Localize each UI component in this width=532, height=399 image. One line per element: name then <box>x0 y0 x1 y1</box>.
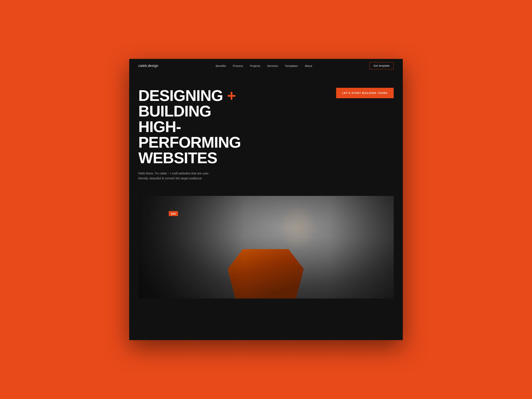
nav-item-about[interactable]: About <box>305 64 312 67</box>
cursor-label: you <box>169 211 178 216</box>
nav-item-process[interactable]: Process <box>233 64 243 67</box>
nav-item-benefits[interactable]: Benefits <box>216 64 226 67</box>
cursor-annotation: ↖ you <box>169 207 178 216</box>
browser-window: caleb.design Benefits Process Projects S… <box>129 59 403 340</box>
nav-links: Benefits Process Projects Services Templ… <box>216 64 312 67</box>
hero-title-line1: DESIGNING + BUILDING <box>138 87 236 120</box>
get-template-button[interactable]: Get template <box>370 62 394 69</box>
site-logo[interactable]: caleb.design <box>138 64 158 68</box>
nav-item-templates[interactable]: Templates <box>285 64 298 67</box>
hero-content: DESIGNING + BUILDING HIGH-PERFORMING WEB… <box>138 88 267 188</box>
hero-title-line3: WEBSITES <box>138 149 217 166</box>
hero-title: DESIGNING + BUILDING HIGH-PERFORMING WEB… <box>138 88 267 166</box>
cursor-arrow-icon: ↖ <box>169 207 172 210</box>
hero-plus-sign: + <box>227 87 236 104</box>
navigation: caleb.design Benefits Process Projects S… <box>129 59 403 73</box>
hero-section: DESIGNING + BUILDING HIGH-PERFORMING WEB… <box>129 73 403 340</box>
hero-image: ↖ you <box>138 196 394 298</box>
nav-item-projects[interactable]: Projects <box>250 64 260 67</box>
hero-subtitle: Hello there, I'm caleb – I craft website… <box>138 171 214 181</box>
hero-image-wrapper: ↖ you <box>138 196 394 340</box>
nav-item-services[interactable]: Services <box>267 64 278 67</box>
hero-cta-button[interactable]: LET'S START BUILDING YOURS <box>336 88 394 98</box>
hero-title-line2: HIGH-PERFORMING <box>138 118 241 151</box>
